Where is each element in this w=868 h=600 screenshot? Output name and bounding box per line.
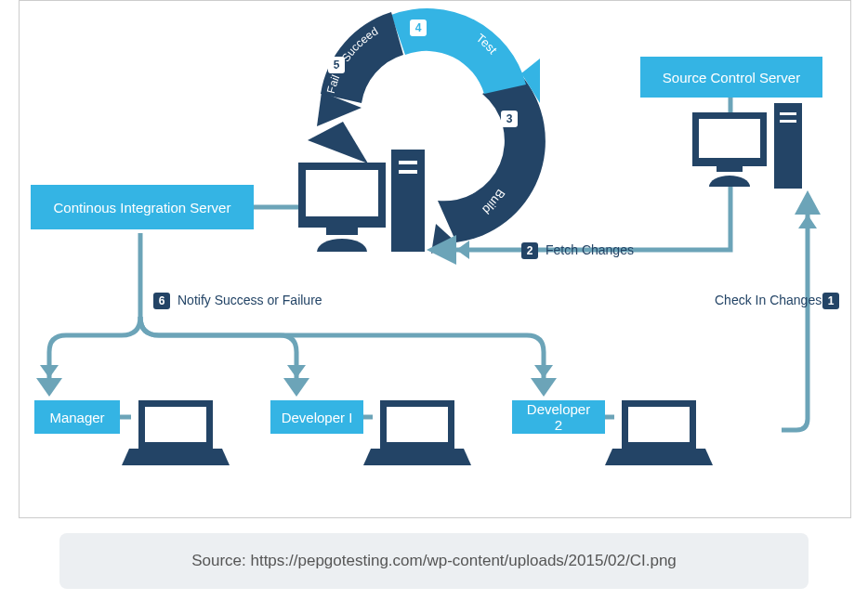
svg-marker-42	[534, 365, 553, 378]
svg-marker-35	[798, 215, 817, 228]
step1-label: Check In Changes	[715, 293, 822, 307]
ci-computer-icon	[298, 150, 425, 252]
svg-marker-3	[308, 122, 368, 163]
step1-num: 1	[822, 293, 839, 309]
svg-rect-12	[326, 228, 358, 235]
svg-rect-15	[399, 170, 417, 174]
dev1-laptop-icon	[363, 400, 471, 465]
svg-marker-30	[605, 449, 713, 465]
svg-marker-43	[531, 378, 557, 397]
step3-num: 3	[506, 112, 513, 125]
laptop-icons	[122, 400, 713, 465]
source-text: Source: https://pepgotesting.com/wp-cont…	[191, 552, 677, 570]
step6-num: 6	[153, 293, 170, 309]
svg-marker-36	[795, 190, 821, 215]
svg-rect-17	[699, 119, 760, 158]
svg-marker-39	[36, 378, 62, 397]
manager-box: Manager	[34, 400, 120, 434]
svg-marker-38	[40, 365, 59, 378]
svg-marker-33	[456, 241, 469, 259]
source-computer-icon	[692, 103, 802, 189]
step6-label: Notify Success or Failure	[178, 293, 322, 307]
svg-rect-20	[780, 112, 796, 115]
svg-marker-41	[283, 378, 309, 397]
ci-server-box: Continous Integration Server	[31, 185, 254, 229]
dev2-laptop-icon	[605, 400, 713, 465]
dev1-label: Developer I	[282, 410, 353, 425]
svg-rect-18	[717, 166, 743, 172]
ci-server-label: Continous Integration Server	[54, 200, 231, 215]
dev1-box: Developer I	[270, 400, 363, 434]
diagram-stage: 3 4 5 Build Test Fail or Succeed	[0, 0, 868, 600]
svg-rect-13	[391, 150, 425, 252]
svg-rect-19	[774, 103, 802, 189]
svg-rect-21	[780, 120, 796, 123]
dev2-box: Developer 2	[512, 400, 605, 434]
source-caption: Source: https://pepgotesting.com/wp-cont…	[59, 533, 809, 589]
svg-rect-26	[387, 407, 448, 442]
step2-label: Fetch Changes	[546, 242, 634, 257]
step4-num: 4	[415, 21, 422, 34]
diagram-canvas: 3 4 5 Build Test Fail or Succeed	[19, 0, 851, 518]
svg-rect-23	[145, 407, 206, 442]
manager-label: Manager	[49, 410, 104, 425]
manager-laptop-icon	[122, 400, 230, 465]
step2-num: 2	[521, 242, 538, 259]
svg-marker-27	[363, 449, 471, 465]
svg-marker-40	[287, 365, 306, 378]
source-control-label: Source Control Server	[663, 70, 800, 85]
dev2-label: Developer 2	[521, 401, 596, 433]
svg-rect-11	[306, 170, 378, 216]
source-control-box: Source Control Server	[640, 57, 822, 98]
svg-rect-29	[628, 407, 690, 442]
svg-marker-24	[122, 449, 230, 465]
svg-rect-14	[399, 161, 417, 164]
